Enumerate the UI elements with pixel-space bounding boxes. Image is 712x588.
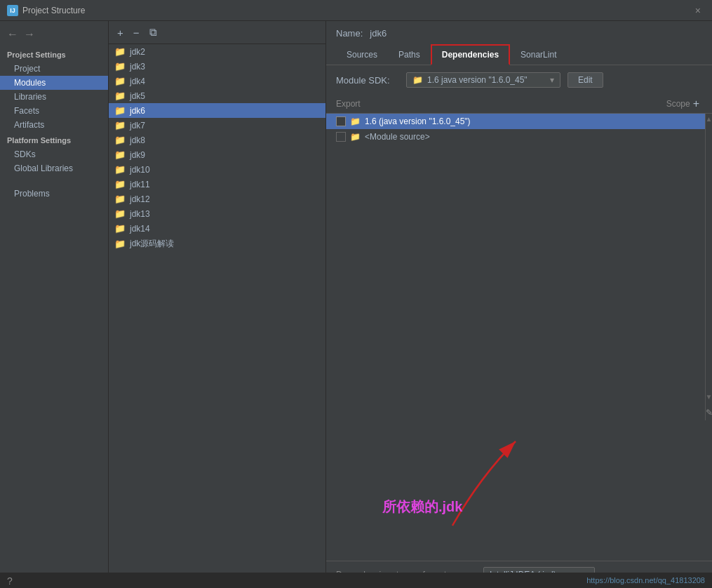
sidebar-item-project[interactable]: Project — [0, 62, 108, 76]
sidebar-item-modules[interactable]: Modules — [0, 76, 108, 90]
module-name: jdk8 — [130, 135, 145, 145]
folder-icon: 📁 — [114, 105, 126, 116]
module-item[interactable]: 📁jdk4 — [109, 74, 325, 88]
forward-arrow[interactable]: → — [22, 28, 36, 41]
sidebar-item-libraries[interactable]: Libraries — [0, 90, 108, 104]
tab-paths[interactable]: Paths — [388, 45, 431, 65]
left-panel: ← → Project Settings Project Modules Lib… — [0, 21, 109, 588]
module-name: jdk7 — [130, 121, 145, 131]
status-bar: ? https://blog.csdn.net/qq_41813208 — [0, 573, 712, 588]
module-name: jdk14 — [130, 224, 150, 234]
folder-icon: 📁 — [114, 135, 126, 145]
module-item[interactable]: 📁jdk源码解读 — [109, 236, 325, 252]
name-label: Name: — [336, 28, 363, 39]
module-name: jdk11 — [130, 180, 150, 189]
dep-source-name: <Module source> — [365, 132, 635, 142]
module-list-panel: + − ⧉ 📁jdk2📁jdk3📁jdk4📁jdk5📁jdk6📁jdk7📁jdk… — [109, 21, 326, 588]
module-name: jdk3 — [130, 62, 145, 72]
dep-sdk-folder-icon: 📁 — [350, 116, 361, 126]
tab-dependencies[interactable]: Dependencies — [431, 44, 510, 65]
module-name: jdk2 — [130, 47, 145, 57]
export-col-header: Export — [336, 99, 378, 109]
dep-checkbox-sdk[interactable] — [336, 116, 346, 126]
sidebar-item-facets[interactable]: Facets — [0, 104, 108, 118]
module-name: jdk4 — [130, 76, 145, 86]
scope-col-header: Scope — [634, 99, 690, 109]
module-item[interactable]: 📁jdk8 — [109, 133, 325, 147]
module-item[interactable]: 📁jdk2 — [109, 44, 325, 59]
dep-source-folder-icon: 📁 — [350, 132, 361, 142]
folder-icon: 📁 — [114, 61, 126, 72]
folder-icon: 📁 — [114, 194, 126, 204]
dep-item-source[interactable]: 📁 <Module source> — [326, 129, 705, 145]
tab-sources[interactable]: Sources — [336, 45, 388, 65]
module-item[interactable]: 📁jdk6 — [109, 103, 325, 118]
title-bar: IJ Project Structure × — [0, 0, 712, 21]
folder-icon: 📁 — [114, 179, 126, 189]
module-name: jdk12 — [130, 194, 150, 204]
scroll-up-arrow[interactable]: ▲ — [704, 114, 712, 124]
add-dep-button[interactable]: + — [690, 98, 702, 110]
dep-sdk-name: 1.6 (java version "1.6.0_45") — [365, 116, 635, 126]
sidebar-item-global-libraries[interactable]: Global Libraries — [0, 161, 108, 175]
module-list-toolbar: + − ⧉ — [109, 21, 325, 44]
remove-module-button[interactable]: − — [130, 26, 142, 39]
module-item[interactable]: 📁jdk12 — [109, 192, 325, 206]
side-edit-icon[interactable]: ✎ — [704, 405, 713, 420]
chevron-down-icon: ▾ — [550, 75, 554, 85]
sdk-dropdown[interactable]: 📁 1.6 java version "1.6.0_45" ▾ — [406, 72, 560, 88]
nav-arrows: ← → — [0, 25, 108, 46]
folder-icon: 📁 — [114, 91, 126, 101]
module-name: jdk6 — [130, 106, 145, 116]
project-settings-header: Project Settings — [0, 46, 108, 62]
close-button[interactable]: × — [691, 4, 705, 18]
folder-icon: 📁 — [114, 46, 126, 57]
module-name: jdk13 — [130, 209, 150, 219]
annotation-area: 所依赖的.jdk — [326, 420, 712, 561]
annotation-text: 所依赖的.jdk — [382, 497, 462, 516]
sdk-value: 1.6 java version "1.6.0_45" — [427, 75, 528, 85]
module-name: jdk10 — [130, 165, 150, 175]
edit-button[interactable]: Edit — [567, 72, 603, 88]
module-name: jdk9 — [130, 150, 145, 160]
copy-module-button[interactable]: ⧉ — [147, 25, 160, 39]
module-name: jdk源码解读 — [130, 238, 174, 250]
sdk-row: Module SDK: 📁 1.6 java version "1.6.0_45… — [326, 65, 712, 95]
folder-icon: 📁 — [114, 149, 126, 160]
sdk-folder-icon: 📁 — [412, 75, 423, 85]
back-arrow[interactable]: ← — [6, 28, 20, 41]
scroll-down-arrow[interactable]: ▼ — [704, 392, 712, 402]
module-item[interactable]: 📁jdk14 — [109, 221, 325, 236]
status-url: https://blog.csdn.net/qq_41813208 — [586, 576, 705, 584]
name-input[interactable] — [370, 28, 488, 39]
right-panel: Name: Sources Paths Dependencies SonarLi… — [326, 21, 712, 588]
annotation-arrow-svg — [326, 420, 712, 561]
folder-icon: 📁 — [114, 76, 126, 86]
add-module-button[interactable]: + — [114, 26, 126, 39]
folder-icon: 📁 — [114, 164, 126, 175]
help-button[interactable]: ? — [7, 575, 13, 587]
tabs-bar: Sources Paths Dependencies SonarLint — [326, 44, 712, 65]
module-item[interactable]: 📁jdk11 — [109, 177, 325, 192]
name-row: Name: — [326, 21, 712, 44]
side-scrollbar: ▲ ▼ ✎ — [705, 114, 712, 420]
module-item[interactable]: 📁jdk10 — [109, 162, 325, 177]
sidebar-item-sdks[interactable]: SDKs — [0, 147, 108, 161]
dep-item-sdk[interactable]: 📁 1.6 (java version "1.6.0_45") — [326, 114, 705, 129]
folder-icon: 📁 — [114, 239, 126, 249]
folder-icon: 📁 — [114, 223, 126, 234]
module-item[interactable]: 📁jdk13 — [109, 206, 325, 221]
sidebar-item-artifacts[interactable]: Artifacts — [0, 118, 108, 132]
deps-area: Export Scope + 📁 1.6 (java version "1.6.… — [326, 95, 712, 588]
module-item[interactable]: 📁jdk7 — [109, 118, 325, 133]
module-item[interactable]: 📁jdk3 — [109, 59, 325, 74]
app-icon: IJ — [7, 5, 18, 16]
module-name: jdk5 — [130, 91, 145, 101]
tab-sonarlint[interactable]: SonarLint — [510, 45, 567, 65]
sidebar-item-problems[interactable]: Problems — [0, 187, 108, 201]
deps-table-header: Export Scope + — [326, 95, 712, 114]
dep-checkbox-source[interactable] — [336, 132, 346, 142]
module-item[interactable]: 📁jdk9 — [109, 147, 325, 162]
folder-icon: 📁 — [114, 208, 126, 219]
module-item[interactable]: 📁jdk5 — [109, 88, 325, 103]
